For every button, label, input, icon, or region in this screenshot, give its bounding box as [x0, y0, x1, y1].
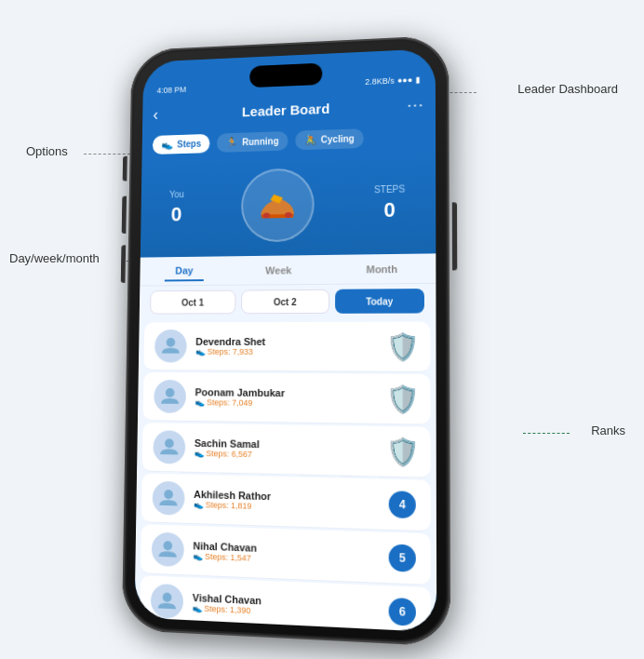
tab-steps-label: Steps: [177, 139, 201, 149]
table-row: Akhilesh Rathor 👟 Steps: 1,819 4: [141, 474, 431, 532]
svg-point-2: [167, 338, 176, 347]
number-badge-icon: 4: [389, 491, 416, 518]
phone-device: 4:08 PM 2.8KB/s ●●● ▮ ‹ Leader Board ···…: [122, 35, 450, 647]
svg-point-3: [166, 388, 175, 397]
leaderboard-list: Devendra Shet 👟 Steps: 7,933 🛡️: [135, 318, 437, 633]
date-oct2[interactable]: Oct 2: [241, 289, 329, 314]
tab-running[interactable]: 🏃 Running: [217, 131, 288, 153]
ranks-annotation: Ranks: [591, 424, 625, 437]
tab-cycling-label: Cycling: [321, 133, 355, 144]
shoe-icon: [241, 168, 315, 242]
date-today[interactable]: Today: [335, 289, 424, 314]
volume-down-button: [122, 196, 127, 234]
table-row: Devendra Shet 👟 Steps: 7,933 🛡️: [143, 322, 430, 372]
tab-day[interactable]: Day: [165, 261, 204, 281]
leader-name: Devendra Shet: [195, 336, 386, 347]
rank-badge-5: 5: [386, 541, 420, 575]
steps-foot-icon: 👟: [193, 603, 203, 613]
phone-screen: 4:08 PM 2.8KB/s ●●● ▮ ‹ Leader Board ···…: [135, 48, 437, 632]
date-oct1[interactable]: Oct 1: [150, 290, 235, 315]
volume-up-button: [123, 156, 127, 182]
avatar: [151, 584, 183, 619]
stats-area: You 0 STEPS 0: [141, 151, 436, 258]
leader-info: Vishal Chavan 👟 Steps: 1,390: [193, 592, 386, 622]
signal-icon: ●●●: [397, 75, 413, 86]
leader-dashboard-annotation: Leader Dashboard: [517, 82, 618, 96]
rank-badge-3: 🛡️: [386, 435, 419, 468]
table-row: Sachin Samal 👟 Steps: 6,567 🛡️: [142, 423, 431, 478]
avatar: [153, 430, 185, 464]
steps-stat: STEPS 0: [374, 183, 405, 222]
steps-foot-icon: 👟: [195, 449, 205, 458]
leader-info: Sachin Samal 👟 Steps: 6,567: [195, 437, 386, 462]
header-title: Leader Board: [242, 101, 330, 119]
rank-badge-1: 🛡️: [386, 330, 419, 363]
you-value: 0: [171, 202, 182, 225]
tab-cycling[interactable]: 🚴 Cycling: [295, 128, 364, 150]
avatar: [154, 330, 187, 362]
leader-steps: 👟 Steps: 7,049: [195, 397, 385, 409]
steps-value: 0: [383, 197, 395, 222]
leader-info: Nihal Chavan 👟 Steps: 1,547: [193, 540, 385, 568]
bronze-badge-icon: 🛡️: [385, 436, 419, 468]
data-speed: 2.8KB/s: [365, 76, 395, 87]
number-badge-icon: 6: [389, 598, 416, 626]
avatar: [153, 481, 185, 516]
steps-icon: 👟: [161, 139, 173, 151]
rank-badge-6: 6: [385, 595, 419, 629]
more-options-button[interactable]: ···: [407, 95, 423, 115]
day-week-month-annotation: Day/week/month: [9, 251, 100, 265]
power-button: [452, 202, 457, 270]
svg-point-6: [163, 541, 172, 550]
svg-point-7: [163, 592, 172, 602]
annotation-line-options: [84, 154, 130, 155]
running-icon: 🏃: [226, 136, 239, 148]
tab-week[interactable]: Week: [254, 261, 302, 279]
leader-steps: 👟 Steps: 7,933: [195, 347, 386, 357]
leader-info: Poonam Jambukar 👟 Steps: 7,049: [195, 386, 385, 409]
tab-steps[interactable]: 👟 Steps: [153, 133, 210, 154]
steps-foot-icon: 👟: [193, 551, 203, 561]
silent-button: [121, 245, 126, 283]
dynamic-island: [249, 63, 322, 88]
table-row: Nihal Chavan 👟 Steps: 1,547 5: [141, 524, 431, 585]
silver-badge-icon: 🛡️: [385, 383, 419, 414]
number-badge-icon: 5: [389, 544, 416, 572]
phone-shell: 4:08 PM 2.8KB/s ●●● ▮ ‹ Leader Board ···…: [122, 35, 450, 647]
avatar: [152, 532, 184, 567]
back-button[interactable]: ‹: [153, 105, 158, 124]
steps-label: STEPS: [374, 183, 405, 195]
battery-icon: ▮: [415, 75, 420, 85]
you-label: You: [169, 189, 184, 199]
date-buttons: Oct 1 Oct 2 Today: [140, 284, 436, 319]
rank-badge-4: 4: [386, 488, 419, 521]
period-tabs: Day Week Month: [140, 253, 436, 286]
svg-point-5: [164, 490, 173, 499]
rank-badge-2: 🛡️: [386, 383, 419, 415]
table-row: Vishal Chavan 👟 Steps: 1,390 6: [140, 575, 431, 632]
leader-info: Devendra Shet 👟 Steps: 7,933: [195, 336, 386, 356]
tab-month[interactable]: Month: [355, 259, 409, 278]
table-row: Poonam Jambukar 👟 Steps: 7,049 🛡️: [143, 372, 431, 425]
steps-foot-icon: 👟: [195, 397, 205, 407]
avatar: [154, 380, 186, 413]
steps-foot-icon: 👟: [194, 500, 204, 509]
annotation-line-ranks: [523, 433, 570, 434]
cycling-icon: 🚴: [304, 133, 317, 145]
status-icons: 2.8KB/s ●●● ▮: [365, 75, 420, 87]
tab-running-label: Running: [242, 136, 278, 147]
gold-badge-icon: 🛡️: [385, 330, 419, 362]
options-annotation: Options: [26, 144, 68, 158]
svg-point-4: [165, 438, 174, 448]
you-stat: You 0: [168, 189, 184, 226]
leader-info: Akhilesh Rathor 👟 Steps: 1,819: [194, 489, 386, 515]
steps-foot-icon: 👟: [195, 347, 206, 356]
